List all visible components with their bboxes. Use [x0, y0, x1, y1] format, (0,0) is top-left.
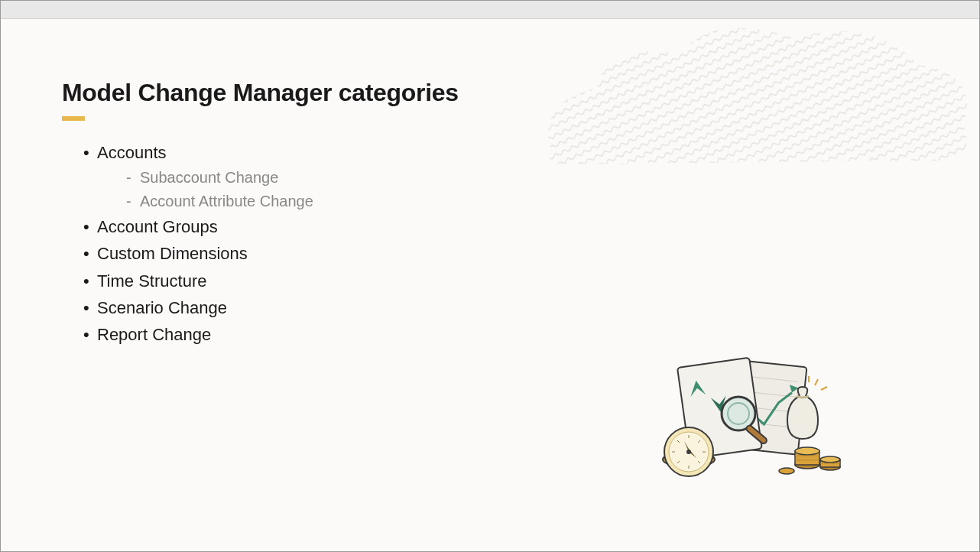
- list-item: Report Change: [83, 321, 918, 348]
- svg-rect-1: [729, 360, 807, 455]
- svg-point-11: [663, 452, 715, 467]
- list-item: Scenario Change: [83, 294, 918, 321]
- svg-point-26: [795, 461, 819, 469]
- list-item-label: Accounts: [97, 143, 167, 162]
- svg-point-31: [820, 464, 840, 470]
- svg-rect-27: [795, 451, 819, 465]
- title-accent-bar: [62, 116, 85, 121]
- svg-line-20: [698, 461, 700, 463]
- sub-list: Subaccount Change Account Attribute Chan…: [97, 166, 918, 213]
- svg-rect-10: [745, 424, 768, 445]
- list-item: Accounts Subaccount Change Account Attri…: [83, 139, 918, 213]
- svg-rect-6: [677, 358, 762, 459]
- svg-line-19: [677, 440, 680, 443]
- slide-content: Model Change Manager categories Accounts…: [1, 19, 979, 551]
- category-list: Accounts Subaccount Change Account Attri…: [62, 139, 918, 348]
- svg-line-5: [740, 422, 793, 427]
- svg-line-23: [815, 379, 818, 385]
- svg-point-33: [820, 456, 840, 463]
- svg-point-35: [779, 468, 794, 474]
- svg-line-21: [677, 461, 680, 463]
- list-item: Custom Dimensions: [83, 240, 918, 267]
- finance-illustration: $: [635, 352, 849, 490]
- slide-frame: Model Change Manager categories Accounts…: [0, 0, 980, 552]
- list-item: Account Groups: [83, 213, 918, 240]
- svg-rect-32: [820, 459, 840, 467]
- svg-line-3: [743, 391, 797, 397]
- svg-line-4: [741, 407, 795, 412]
- sub-list-item: Account Attribute Change: [126, 190, 918, 213]
- svg-line-24: [821, 387, 827, 390]
- svg-line-2: [745, 376, 798, 382]
- svg-point-9: [728, 403, 749, 424]
- sub-list-item: Subaccount Change: [126, 166, 918, 190]
- svg-point-8: [722, 397, 755, 430]
- svg-point-28: [795, 447, 819, 455]
- svg-point-13: [669, 432, 709, 472]
- window-top-bar: [1, 1, 979, 19]
- list-item: Time Structure: [83, 268, 918, 294]
- slide-title: Model Change Manager categories: [62, 79, 918, 107]
- svg-text:$: $: [730, 400, 748, 430]
- svg-line-18: [698, 440, 700, 443]
- svg-point-12: [664, 427, 713, 476]
- svg-point-22: [686, 450, 691, 454]
